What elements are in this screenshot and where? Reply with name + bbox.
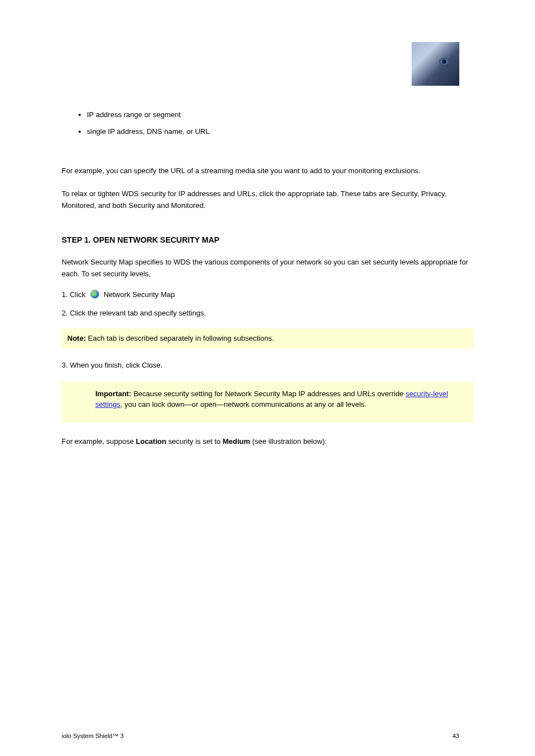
footer-page-number: 43 [453,732,459,739]
step-heading: STEP 1. OPEN NETWORK SECURITY MAP [62,235,473,244]
paragraph: To relax or tighten WDS security for IP … [62,188,473,212]
paragraph: 3. When you finish, click Close. [62,361,473,369]
header-image [412,42,459,86]
bold-text: Location [136,437,166,446]
note-label: Note: [67,334,86,342]
note-text: Each tab is described separately in foll… [88,334,274,342]
step-link-text: Network Security Map [104,290,175,299]
bullet-item: single IP address, DNS name, or URL [87,123,473,140]
paragraph: For example, suppose Location security i… [62,436,473,447]
bullet-item: IP address range or segment [87,106,473,123]
step-prefix: 1. Click [62,290,86,299]
eye-graphic [439,58,449,66]
step-1-line: 1. Click Network Security Map [62,290,473,299]
text-part: security is set to [168,437,220,446]
paragraph: For example, you can specify the URL of … [62,165,473,177]
bullet-list: IP address range or segment single IP ad… [87,106,473,140]
note-box: Note: Each tab is described separately i… [62,328,473,349]
globe-icon [90,290,99,299]
footer: iolo System Shield™ 3 43 [62,732,459,739]
important-text-1: Because security setting for Network Sec… [133,389,404,398]
bold-text: Medium [223,437,250,446]
important-text-2: , you can lock down—or open—network comm… [121,400,367,409]
paragraph: Network Security Map specifies to WDS th… [62,257,473,280]
paragraph: 2. Click the relevant tab and specify se… [62,309,473,317]
important-box: Important: Because security setting for … [62,382,473,423]
important-label: Important: [95,389,131,398]
footer-left: iolo System Shield™ 3 [62,732,124,739]
text-part: (see illustration below): [252,437,327,446]
main-content: IP address range or segment single IP ad… [62,42,473,447]
text-part: For example, suppose [62,437,134,446]
